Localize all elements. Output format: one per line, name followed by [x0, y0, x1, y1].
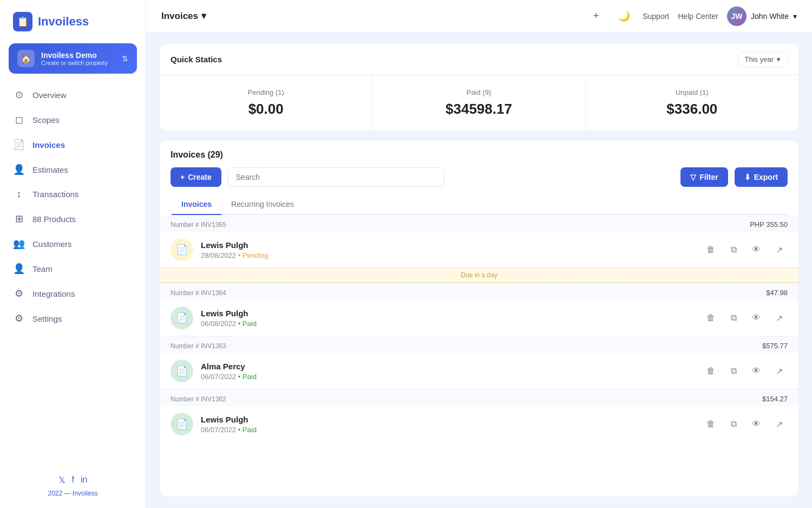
help-center-link[interactable]: Help Center: [678, 12, 718, 21]
sidebar-item-label: Customers: [32, 239, 72, 249]
quick-stats-title: Quick Statics: [171, 55, 222, 64]
sidebar-item-label: Scopes: [32, 115, 60, 125]
twitter-icon[interactable]: 𝕏: [58, 475, 66, 485]
team-icon: 👤: [13, 263, 25, 275]
invoice-tabs: Invoices Recurring Invoices: [171, 194, 788, 215]
linkedin-icon[interactable]: in: [81, 475, 87, 485]
invoice-row-header: Number # INV1362 $154.27: [160, 389, 798, 406]
overview-icon: ⊙: [13, 89, 25, 101]
invoice-date: 28/08/2022 • Pending: [201, 251, 695, 259]
table-row: 📄 Lewis Pulgh 06/08/2022 • Paid 🗑 ⧉ 👁 ↗: [160, 300, 798, 336]
copy-button[interactable]: ⧉: [725, 362, 742, 380]
view-button[interactable]: 👁: [748, 362, 765, 380]
sidebar-item-scopes[interactable]: ◻ Scopes: [0, 107, 146, 132]
invoice-info: Lewis Pulgh 28/08/2022 • Pending: [201, 240, 695, 259]
external-link-button[interactable]: ↗: [770, 241, 788, 258]
invoice-customer-name: Lewis Pulgh: [201, 309, 695, 318]
facebook-icon[interactable]: f: [72, 475, 74, 485]
year-chevron-icon: ▾: [777, 55, 781, 63]
invoice-actions: 🗑 ⧉ 👁 ↗: [702, 415, 788, 433]
invoice-doc-icon: 📄: [171, 360, 193, 382]
year-selector[interactable]: This year ▾: [738, 51, 788, 67]
stat-pending: Pending (1) $0.00: [160, 75, 372, 131]
invoice-number: Number # INV1362: [171, 395, 226, 403]
invoice-number: Number # INV1364: [171, 289, 226, 297]
table-row: 📄 Alma Percy 06/07/2022 • Paid 🗑 ⧉ 👁 ↗: [160, 353, 798, 389]
sidebar-item-estimates[interactable]: 👤 Estimates: [0, 157, 146, 182]
invoices-title: Invoices (29): [171, 150, 788, 160]
theme-toggle-button[interactable]: 🌙: [614, 6, 634, 26]
property-switcher[interactable]: 🏠 Invoiless Demo Create or switch proper…: [9, 43, 137, 74]
filter-label: Filter: [699, 173, 718, 181]
sidebar-item-label: Integrations: [32, 289, 75, 298]
due-notice: Due in a day: [160, 268, 798, 283]
delete-button[interactable]: 🗑: [702, 415, 719, 433]
stat-paid-label: Paid (9): [383, 88, 574, 96]
estimates-icon: 👤: [13, 164, 25, 175]
social-icons: 𝕏 f in: [13, 475, 133, 485]
invoice-date: 06/07/2022 • Paid: [201, 373, 695, 381]
stat-paid: Paid (9) $34598.17: [372, 75, 585, 131]
view-button[interactable]: 👁: [748, 309, 765, 327]
delete-button[interactable]: 🗑: [702, 241, 719, 258]
settings-icon: ⚙: [13, 312, 25, 324]
sidebar-nav: ⊙ Overview ◻ Scopes 📄 Invoices 👤 Estimat…: [0, 82, 146, 331]
external-link-button[interactable]: ↗: [770, 415, 788, 433]
quick-stats-card: Quick Statics This year ▾ Pending (1) $0…: [159, 43, 799, 131]
stat-unpaid-value: $336.00: [597, 101, 788, 118]
sidebar-item-overview[interactable]: ⊙ Overview: [0, 82, 146, 107]
page-content: Quick Statics This year ▾ Pending (1) $0…: [146, 32, 812, 508]
plus-icon: +: [593, 10, 599, 22]
sidebar-item-settings[interactable]: ⚙ Settings: [0, 306, 146, 331]
export-icon: ⬇: [744, 173, 751, 181]
filter-button[interactable]: ▽ Filter: [680, 167, 728, 187]
copy-button[interactable]: ⧉: [725, 415, 742, 433]
user-name: John White: [751, 12, 789, 21]
property-icon: 🏠: [17, 50, 35, 67]
stats-row: Pending (1) $0.00 Paid (9) $34598.17 Unp…: [160, 75, 798, 131]
delete-button[interactable]: 🗑: [702, 309, 719, 327]
topbar-chevron-icon: ▾: [201, 10, 206, 22]
search-input[interactable]: [228, 167, 444, 187]
invoice-doc-icon: 📄: [171, 307, 193, 329]
invoices-toolbar: + Create ▽ Filter ⬇ Export: [171, 167, 788, 187]
sidebar-item-label: Team: [32, 264, 53, 273]
create-button[interactable]: + Create: [171, 167, 221, 187]
delete-button[interactable]: 🗑: [702, 362, 719, 380]
external-link-button[interactable]: ↗: [770, 309, 788, 327]
sidebar-item-customers[interactable]: 👥 Customers: [0, 231, 146, 256]
moon-icon: 🌙: [618, 10, 630, 22]
invoice-info: Alma Percy 06/07/2022 • Paid: [201, 362, 695, 381]
sidebar-item-products[interactable]: ⊞ 88 Products: [0, 206, 146, 231]
sidebar: 📋 Invoiless 🏠 Invoiless Demo Create or s…: [0, 0, 146, 508]
sidebar-item-label: Settings: [32, 314, 62, 323]
property-chevron-icon: ⇅: [122, 54, 128, 63]
property-sub: Create or switch property: [41, 60, 115, 66]
copy-button[interactable]: ⧉: [725, 241, 742, 258]
logo[interactable]: 📋 Invoiless: [0, 0, 146, 43]
support-link[interactable]: Support: [643, 12, 669, 21]
view-button[interactable]: 👁: [748, 241, 765, 258]
invoice-amount: $575.77: [762, 342, 788, 350]
topbar: Invoices ▾ + 🌙 Support Help Center JW Jo…: [146, 0, 812, 32]
sidebar-item-invoices[interactable]: 📄 Invoices: [0, 132, 146, 157]
topbar-title[interactable]: Invoices ▾: [161, 10, 206, 22]
view-button[interactable]: 👁: [748, 415, 765, 433]
topbar-title-text: Invoices: [161, 11, 198, 22]
add-button[interactable]: +: [586, 6, 606, 26]
invoice-list: Number # INV1365 PHP 355.50 📄 Lewis Pulg…: [160, 215, 798, 446]
sidebar-item-team[interactable]: 👤 Team: [0, 256, 146, 281]
copy-button[interactable]: ⧉: [725, 309, 742, 327]
invoice-amount: $154.27: [762, 395, 788, 403]
user-menu[interactable]: JW John White ▾: [727, 6, 797, 26]
export-button[interactable]: ⬇ Export: [735, 167, 788, 187]
sidebar-item-integrations[interactable]: ⚙ Integrations: [0, 281, 146, 306]
user-chevron-icon: ▾: [793, 12, 797, 21]
external-link-button[interactable]: ↗: [770, 362, 788, 380]
tab-recurring-invoices[interactable]: Recurring Invoices: [221, 194, 304, 215]
invoice-info: Lewis Pulgh 06/07/2022 • Paid: [201, 415, 695, 434]
tab-invoices[interactable]: Invoices: [172, 194, 221, 215]
invoice-row-header: Number # INV1363 $575.77: [160, 336, 798, 353]
scopes-icon: ◻: [13, 114, 25, 126]
sidebar-item-transactions[interactable]: ↕ Transactions: [0, 182, 146, 206]
